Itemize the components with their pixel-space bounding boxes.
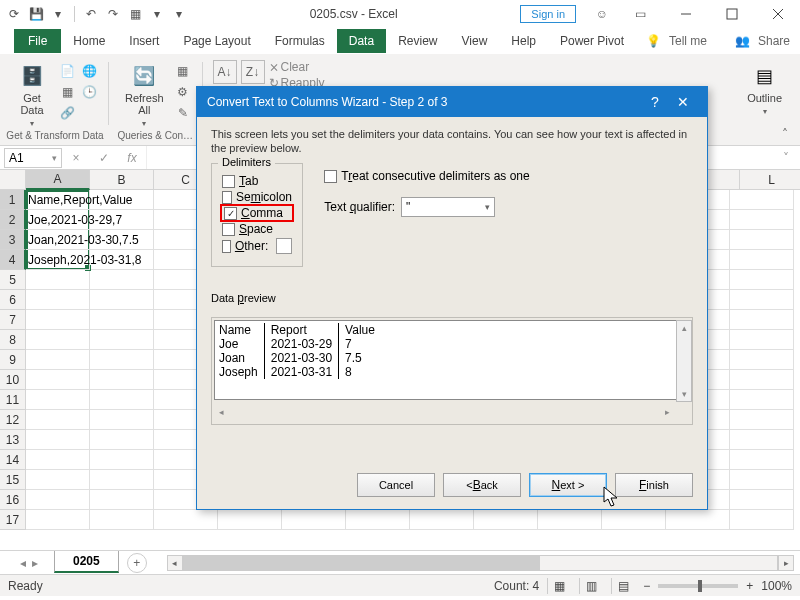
cell[interactable] — [90, 410, 154, 430]
cell[interactable]: Joe,2021-03-29,7 — [26, 210, 90, 230]
tab-pagelayout[interactable]: Page Layout — [171, 29, 262, 53]
row-header[interactable]: 6 — [0, 290, 26, 310]
enter-formula-icon[interactable]: ✓ — [94, 151, 114, 165]
sheet-nav-next-icon[interactable]: ▸ — [32, 556, 38, 570]
row-header[interactable]: 5 — [0, 270, 26, 290]
row-header[interactable]: 4 — [0, 250, 26, 270]
row-header[interactable]: 15 — [0, 470, 26, 490]
get-data-button[interactable]: 🗄️ Get Data ▾ — [12, 60, 52, 132]
row-header[interactable]: 13 — [0, 430, 26, 450]
cell[interactable] — [90, 450, 154, 470]
preview-vscroll[interactable]: ▴ ▾ — [676, 320, 692, 402]
cell[interactable] — [666, 510, 730, 530]
sort-asc-icon[interactable]: A↓ — [213, 60, 237, 84]
cell[interactable]: Joan,2021-03-30,7.5 — [26, 230, 90, 250]
share-label[interactable]: Share — [758, 34, 790, 48]
cell[interactable] — [730, 470, 794, 490]
row-header[interactable]: 16 — [0, 490, 26, 510]
row-header[interactable]: 2 — [0, 210, 26, 230]
recent-sources-icon[interactable]: 🕒 — [80, 83, 98, 101]
col-header-a[interactable]: A — [26, 170, 90, 190]
cell[interactable] — [26, 510, 90, 530]
select-all-corner[interactable] — [0, 170, 26, 190]
sign-in-button[interactable]: Sign in — [520, 5, 576, 23]
cell[interactable] — [26, 330, 90, 350]
cell[interactable] — [26, 310, 90, 330]
collapse-ribbon-icon[interactable]: ˄ — [776, 125, 794, 143]
tellme-icon[interactable]: 💡 — [646, 34, 661, 48]
close-icon[interactable] — [756, 0, 800, 28]
zoom-level[interactable]: 100% — [761, 579, 792, 593]
cell[interactable] — [90, 290, 154, 310]
cell[interactable] — [90, 510, 154, 530]
cell[interactable] — [90, 490, 154, 510]
outline-button[interactable]: ▤ Outline ▾ — [741, 60, 788, 120]
tab-home[interactable]: Home — [61, 29, 117, 53]
tab-checkbox[interactable] — [222, 175, 235, 188]
cell[interactable] — [26, 430, 90, 450]
cell[interactable] — [218, 510, 282, 530]
cell[interactable] — [26, 370, 90, 390]
cell[interactable] — [602, 510, 666, 530]
cell[interactable]: Name,Report,Value — [26, 190, 90, 210]
zoom-slider[interactable] — [658, 584, 738, 588]
cell[interactable] — [26, 350, 90, 370]
cell[interactable] — [730, 190, 794, 210]
undo-icon[interactable]: ↶ — [83, 6, 99, 22]
row-header[interactable]: 8 — [0, 330, 26, 350]
cell[interactable] — [90, 310, 154, 330]
hscroll-track[interactable] — [183, 555, 778, 571]
row-header[interactable]: 12 — [0, 410, 26, 430]
cell[interactable] — [90, 390, 154, 410]
cancel-button[interactable]: Cancel — [357, 473, 435, 497]
cell[interactable] — [26, 390, 90, 410]
name-box[interactable]: A1▾ — [4, 148, 62, 168]
hscroll-thumb[interactable] — [184, 556, 540, 570]
dialog-close-icon[interactable]: ✕ — [669, 94, 697, 110]
cell[interactable] — [730, 430, 794, 450]
row-header[interactable]: 11 — [0, 390, 26, 410]
tellme-label[interactable]: Tell me — [669, 34, 707, 48]
pv-scroll-right-icon[interactable]: ▸ — [660, 405, 674, 419]
row-header[interactable]: 7 — [0, 310, 26, 330]
cell[interactable] — [26, 290, 90, 310]
zoom-out-icon[interactable]: − — [643, 579, 650, 593]
cell[interactable] — [90, 350, 154, 370]
from-text-icon[interactable]: 📄 — [58, 62, 76, 80]
edit-links-icon[interactable]: ✎ — [174, 104, 192, 122]
sheet-tab-active[interactable]: 0205 — [54, 551, 119, 573]
cell[interactable] — [90, 330, 154, 350]
col-header-l[interactable]: L — [740, 170, 800, 190]
cancel-formula-icon[interactable]: × — [66, 151, 86, 165]
tab-help[interactable]: Help — [499, 29, 548, 53]
from-table-icon[interactable]: ▦ — [58, 83, 76, 101]
cell[interactable] — [474, 510, 538, 530]
cell[interactable] — [90, 470, 154, 490]
maximize-icon[interactable] — [710, 0, 754, 28]
pv-scroll-down-icon[interactable]: ▾ — [677, 387, 691, 401]
space-checkbox[interactable] — [222, 223, 235, 236]
treat-consecutive-checkbox[interactable] — [324, 170, 337, 183]
col-header-b[interactable]: B — [90, 170, 154, 190]
clear-button[interactable]: ⨯Clear — [269, 60, 325, 74]
text-qualifier-select[interactable]: "▾ — [401, 197, 495, 217]
row-header[interactable]: 3 — [0, 230, 26, 250]
qat-customize-icon[interactable]: ▾ — [171, 6, 187, 22]
tab-view[interactable]: View — [450, 29, 500, 53]
tab-data[interactable]: Data — [337, 29, 386, 53]
comma-checkbox[interactable] — [224, 207, 237, 220]
cell[interactable] — [154, 510, 218, 530]
cell[interactable] — [730, 410, 794, 430]
qat-icon[interactable]: ▦ — [127, 6, 143, 22]
cell[interactable] — [730, 330, 794, 350]
cell[interactable] — [346, 510, 410, 530]
cell[interactable] — [26, 410, 90, 430]
existing-conn-icon[interactable]: 🔗 — [58, 104, 76, 122]
row-header[interactable]: 1 — [0, 190, 26, 210]
hscroll-left-icon[interactable]: ◂ — [167, 555, 183, 571]
cell[interactable] — [90, 270, 154, 290]
zoom-in-icon[interactable]: + — [746, 579, 753, 593]
row-header[interactable]: 17 — [0, 510, 26, 530]
new-sheet-button[interactable]: + — [127, 553, 147, 573]
sheet-nav-prev-icon[interactable]: ◂ — [20, 556, 26, 570]
